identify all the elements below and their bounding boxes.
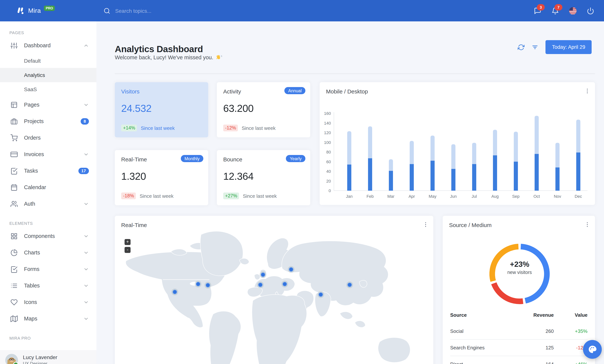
stat-card-value: 12.364 (223, 171, 304, 182)
sidebar-item-label: Invoices (24, 151, 83, 157)
user-role: UX Designer (23, 361, 57, 364)
chevron-down-icon (83, 299, 89, 305)
map-zoom-controls: + - (125, 239, 131, 253)
sidebar-subitem-default[interactable]: Default (0, 54, 96, 68)
sidebar-item-label: Tables (24, 283, 83, 289)
palette-icon (588, 344, 597, 354)
map-marker[interactable] (257, 281, 264, 288)
notifications-button[interactable]: 7 (552, 7, 559, 14)
search-icon (103, 7, 110, 14)
heart-icon (11, 299, 18, 306)
period-badge[interactable]: Monthly (181, 155, 203, 162)
sidebar-item-charts[interactable]: Charts (0, 244, 96, 261)
main-content: Analytics Dashboard Welcome back, Lucy! … (96, 21, 604, 364)
sidebar-item-label: Dashboard (24, 42, 83, 48)
map-marker[interactable] (204, 282, 211, 289)
svg-text:Mar: Mar (387, 194, 394, 199)
sidebar-item-components[interactable]: Components (0, 228, 96, 244)
source-medium-card: Source / Medium +23% new visitors Source… (443, 216, 595, 364)
sidebar-item-maps[interactable]: Maps (0, 310, 96, 327)
header-actions: Today: April 29 (518, 40, 591, 54)
sidebar-item-label: Auth (24, 201, 83, 207)
chevron-down-icon (83, 102, 89, 108)
calendar-icon (11, 184, 18, 191)
svg-text:Jul: Jul (472, 194, 477, 199)
map-icon (11, 315, 18, 322)
svg-text:40: 40 (326, 169, 331, 174)
sidebar-item-forms[interactable]: Forms (0, 261, 96, 277)
map-zoom-in-button[interactable]: + (125, 239, 131, 245)
chevron-down-icon (83, 283, 89, 289)
donut-segment-search-engines (494, 283, 523, 301)
sidebar-item-orders[interactable]: Orders (0, 129, 96, 146)
table-row: Direct 164 +46% (450, 356, 588, 364)
chevron-down-icon (83, 266, 89, 272)
sidebar-item-auth[interactable]: Auth (0, 196, 96, 212)
sidebar-user[interactable]: Lucy Lavender UX Designer (0, 350, 96, 364)
filter-icon (532, 44, 539, 50)
sidebar-item-label: Projects (24, 118, 81, 124)
sidebar-item-label: Pages (24, 102, 83, 108)
map-marker[interactable] (288, 266, 294, 273)
svg-text:100: 100 (324, 140, 331, 145)
map-zoom-out-button[interactable]: - (125, 247, 131, 253)
avatar (5, 354, 18, 364)
credit-card-icon (11, 151, 18, 158)
layout-icon (11, 101, 18, 108)
welcome-message: Welcome back, Lucy! We've missed you. (115, 54, 222, 60)
sidebar-subitem-analytics[interactable]: Analytics (0, 68, 96, 82)
top-navbar: Mira PRO 3 7 (0, 0, 604, 21)
svg-text:May: May (429, 194, 437, 199)
chevron-down-icon (83, 151, 89, 157)
sidebar-item-dashboard[interactable]: Dashboard (0, 37, 96, 54)
realtime-map-card: Real-Time + - (115, 216, 433, 364)
sidebar-item-tables[interactable]: Tables (0, 277, 96, 294)
stat-card-note: Since last week (242, 125, 276, 131)
sidebar-item-label: Calendar (24, 184, 89, 190)
map-marker[interactable] (195, 281, 201, 288)
today-date-button[interactable]: Today: April 29 (546, 40, 591, 54)
refresh-button[interactable] (518, 44, 525, 50)
briefcase-icon (11, 118, 18, 125)
sidebar-item-tasks[interactable]: Tasks 17 (0, 163, 96, 179)
filter-button[interactable] (532, 44, 539, 50)
header-divider (115, 74, 595, 74)
table-row: Social 260 +35% (450, 323, 588, 339)
svg-text:0: 0 (329, 188, 331, 193)
user-name: Lucy Lavender (23, 354, 57, 360)
sidebar-item-projects[interactable]: Projects 8 (0, 113, 96, 129)
svg-text:120: 120 (324, 130, 331, 135)
svg-text:Jan: Jan (346, 194, 352, 199)
chevron-up-icon (83, 43, 89, 48)
donut-segment-direct (492, 247, 518, 281)
messages-button[interactable]: 3 (534, 7, 541, 14)
map-marker[interactable] (346, 281, 353, 288)
sidebar-item-pages[interactable]: Pages (0, 96, 96, 113)
search-input[interactable] (114, 7, 199, 14)
users-icon (11, 200, 18, 207)
period-badge[interactable]: Yearly (286, 155, 305, 162)
svg-text:Apr: Apr (409, 194, 415, 199)
sidebar-item-label: Icons (24, 299, 83, 305)
map-marker[interactable] (317, 291, 324, 298)
brand[interactable]: Mira PRO (16, 0, 55, 21)
sidebar-item-icons[interactable]: Icons (0, 294, 96, 310)
svg-text:160: 160 (324, 111, 331, 116)
map-marker[interactable] (260, 271, 266, 278)
sidebar-item-invoices[interactable]: Invoices (0, 146, 96, 163)
world-map[interactable] (115, 216, 433, 364)
map-marker[interactable] (171, 289, 178, 295)
theme-settings-button[interactable] (583, 340, 602, 359)
sidebar-item-label: Forms (24, 266, 83, 272)
map-marker[interactable] (281, 281, 288, 288)
chevron-down-icon (83, 233, 89, 239)
pie-chart-icon (11, 249, 18, 256)
us-flag-icon[interactable] (569, 7, 577, 14)
sidebar-subitem-saas[interactable]: SaaS (0, 82, 96, 96)
sidebar-item-calendar[interactable]: Calendar (0, 179, 96, 196)
svg-text:Sep: Sep (512, 194, 519, 199)
chevron-down-icon (83, 250, 89, 255)
shopping-cart-icon (11, 134, 18, 141)
period-badge[interactable]: Annual (284, 87, 305, 94)
logout-button[interactable] (587, 7, 594, 14)
